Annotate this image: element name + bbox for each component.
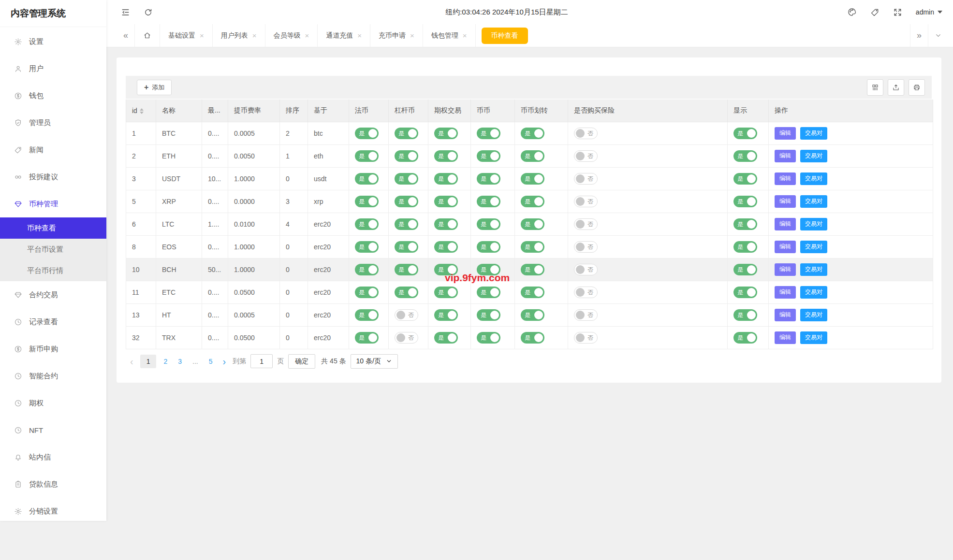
transfer-switch[interactable]: 是 bbox=[521, 150, 544, 162]
goto-page-input[interactable] bbox=[250, 354, 273, 368]
pairs-button[interactable]: 交易对 bbox=[800, 218, 827, 230]
coin-switch[interactable]: 是 bbox=[477, 241, 500, 253]
transfer-switch[interactable]: 是 bbox=[521, 332, 544, 344]
export-button[interactable] bbox=[888, 79, 904, 96]
show-switch[interactable]: 是 bbox=[733, 150, 757, 162]
edit-button[interactable]: 编辑 bbox=[775, 150, 796, 162]
insurance-switch[interactable]: 否 bbox=[574, 287, 598, 298]
sidebar-item[interactable]: 分销设置 bbox=[0, 498, 106, 525]
tab[interactable]: 基础设置× bbox=[160, 24, 213, 47]
insurance-switch[interactable]: 否 bbox=[574, 241, 598, 253]
show-switch[interactable]: 是 bbox=[733, 241, 757, 253]
insurance-switch[interactable]: 否 bbox=[574, 218, 598, 230]
close-icon[interactable]: × bbox=[463, 31, 467, 40]
transfer-switch[interactable]: 是 bbox=[521, 264, 544, 275]
insurance-switch[interactable]: 否 bbox=[574, 150, 598, 162]
transfer-switch[interactable]: 是 bbox=[521, 173, 544, 185]
fiat-switch[interactable]: 是 bbox=[355, 128, 379, 139]
coin-switch[interactable]: 是 bbox=[477, 309, 500, 321]
option-switch[interactable]: 是 bbox=[434, 332, 458, 344]
sidebar-item[interactable]: 合约交易 bbox=[0, 281, 106, 308]
tabs-menu-button[interactable] bbox=[928, 24, 948, 47]
fullscreen-icon[interactable] bbox=[893, 8, 902, 17]
user-menu[interactable]: admin bbox=[916, 8, 942, 16]
lever-switch[interactable]: 是 bbox=[395, 264, 418, 275]
pairs-button[interactable]: 交易对 bbox=[800, 150, 827, 162]
sidebar-item[interactable]: 站内信 bbox=[0, 444, 106, 471]
show-switch[interactable]: 是 bbox=[733, 332, 757, 344]
edit-button[interactable]: 编辑 bbox=[775, 127, 796, 140]
edit-button[interactable]: 编辑 bbox=[775, 263, 796, 276]
close-icon[interactable]: × bbox=[252, 31, 257, 40]
show-switch[interactable]: 是 bbox=[733, 173, 757, 185]
confirm-button[interactable]: 确定 bbox=[288, 354, 315, 369]
insurance-switch[interactable]: 否 bbox=[574, 128, 598, 139]
page-number[interactable]: 5 bbox=[205, 355, 216, 368]
lever-switch[interactable]: 是 bbox=[395, 196, 418, 207]
lever-switch[interactable]: 是 bbox=[395, 218, 418, 230]
sidebar-item[interactable]: 钱包 bbox=[0, 82, 106, 109]
fiat-switch[interactable]: 是 bbox=[355, 173, 379, 185]
pairs-button[interactable]: 交易对 bbox=[800, 195, 827, 208]
tab[interactable]: 充币申请× bbox=[370, 24, 423, 47]
home-tab[interactable] bbox=[134, 24, 160, 47]
edit-button[interactable]: 编辑 bbox=[775, 286, 796, 299]
transfer-switch[interactable]: 是 bbox=[521, 241, 544, 253]
pairs-button[interactable]: 交易对 bbox=[800, 309, 827, 321]
option-switch[interactable]: 是 bbox=[434, 196, 458, 207]
show-switch[interactable]: 是 bbox=[733, 218, 757, 230]
add-button[interactable]: + 添加 bbox=[137, 80, 172, 95]
option-switch[interactable]: 是 bbox=[434, 173, 458, 185]
coin-switch[interactable]: 是 bbox=[477, 287, 500, 298]
edit-button[interactable]: 编辑 bbox=[775, 218, 796, 230]
coin-switch[interactable]: 是 bbox=[477, 196, 500, 207]
show-switch[interactable]: 是 bbox=[733, 196, 757, 207]
tabs-scroll-left-button[interactable]: « bbox=[117, 24, 134, 47]
sidebar-item[interactable]: 设置 bbox=[0, 28, 106, 55]
coin-switch[interactable]: 是 bbox=[477, 173, 500, 185]
coin-switch[interactable]: 是 bbox=[477, 150, 500, 162]
sidebar-item[interactable]: 新币申购 bbox=[0, 335, 106, 362]
sidebar-item[interactable]: NFT bbox=[0, 416, 106, 444]
sort-icon[interactable] bbox=[140, 108, 144, 114]
sidebar-item[interactable]: 智能合约 bbox=[0, 362, 106, 389]
lever-switch[interactable]: 否 bbox=[395, 332, 418, 344]
edit-button[interactable]: 编辑 bbox=[775, 309, 796, 321]
fiat-switch[interactable]: 是 bbox=[355, 150, 379, 162]
fiat-switch[interactable]: 是 bbox=[355, 218, 379, 230]
lever-switch[interactable]: 是 bbox=[395, 150, 418, 162]
sidebar-item[interactable]: 币种管理 bbox=[0, 190, 106, 217]
tab[interactable]: 币种查看 bbox=[482, 28, 528, 44]
page-number[interactable]: 3 bbox=[175, 355, 185, 368]
insurance-switch[interactable]: 否 bbox=[574, 309, 598, 321]
edit-button[interactable]: 编辑 bbox=[775, 195, 796, 208]
pairs-button[interactable]: 交易对 bbox=[800, 172, 827, 185]
pairs-button[interactable]: 交易对 bbox=[800, 241, 827, 253]
insurance-switch[interactable]: 否 bbox=[574, 173, 598, 185]
fiat-switch[interactable]: 是 bbox=[355, 309, 379, 321]
show-switch[interactable]: 是 bbox=[733, 264, 757, 275]
lever-switch[interactable]: 是 bbox=[395, 241, 418, 253]
sidebar-item[interactable]: 记录查看 bbox=[0, 308, 106, 335]
show-switch[interactable]: 是 bbox=[733, 287, 757, 298]
tab[interactable]: 通道充值× bbox=[318, 24, 370, 47]
sidebar-subitem[interactable]: 币种查看 bbox=[0, 217, 106, 239]
insurance-switch[interactable]: 否 bbox=[574, 196, 598, 207]
tab[interactable]: 会员等级× bbox=[265, 24, 318, 47]
next-page-button[interactable]: › bbox=[220, 357, 229, 366]
sidebar-item[interactable]: 新闻 bbox=[0, 136, 106, 163]
close-icon[interactable]: × bbox=[357, 31, 362, 40]
option-switch[interactable]: 是 bbox=[434, 150, 458, 162]
insurance-switch[interactable]: 否 bbox=[574, 264, 598, 275]
option-switch[interactable]: 是 bbox=[434, 287, 458, 298]
option-switch[interactable]: 是 bbox=[434, 218, 458, 230]
insurance-switch[interactable]: 否 bbox=[574, 332, 598, 344]
transfer-switch[interactable]: 是 bbox=[521, 287, 544, 298]
option-switch[interactable]: 是 bbox=[434, 309, 458, 321]
close-icon[interactable]: × bbox=[410, 31, 414, 40]
sidebar-item[interactable]: 贷款信息 bbox=[0, 471, 106, 498]
edit-button[interactable]: 编辑 bbox=[775, 241, 796, 253]
lever-switch[interactable]: 否 bbox=[395, 309, 418, 321]
coin-switch[interactable]: 是 bbox=[477, 128, 500, 139]
transfer-switch[interactable]: 是 bbox=[521, 128, 544, 139]
